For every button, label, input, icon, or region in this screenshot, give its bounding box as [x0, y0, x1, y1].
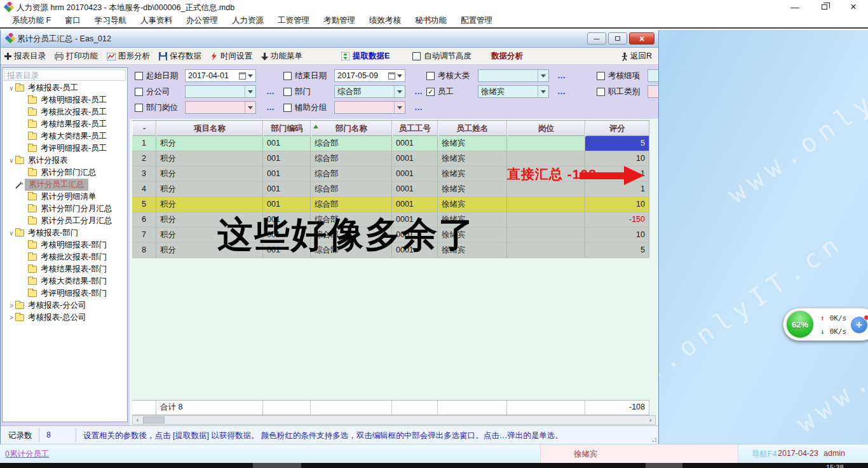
cell-project[interactable]: 积分: [156, 151, 263, 167]
dept-post-select[interactable]: [185, 101, 256, 114]
cell-project[interactable]: 积分: [156, 197, 263, 212]
col-header-post[interactable]: 岗位: [507, 121, 585, 137]
cell-rownum[interactable]: 7: [132, 228, 156, 243]
cell-score[interactable]: 10: [585, 151, 649, 167]
cell-emp-name[interactable]: 徐绪宾: [438, 136, 507, 151]
tree-item[interactable]: 考评明细报表-员工: [3, 142, 127, 155]
tree-item-selected[interactable]: 累计分员工汇总: [3, 179, 127, 191]
cell-score[interactable]: 5: [585, 243, 649, 258]
menu-salary-mgmt[interactable]: 工资管理: [271, 15, 316, 26]
start-date-checkbox[interactable]: 起始日期: [135, 69, 178, 82]
extract-data-button[interactable]: 提取数据E: [341, 48, 390, 65]
cell-emp-id[interactable]: 0001: [392, 167, 438, 182]
scrollbar-thumb[interactable]: [143, 416, 165, 423]
cell-emp-name[interactable]: 徐绪宾: [438, 197, 507, 212]
menu-secretary[interactable]: 秘书功能: [408, 15, 454, 26]
assess-category-checkbox[interactable]: 考核大类: [426, 69, 470, 82]
col-header-dept-code[interactable]: 部门编码: [263, 121, 311, 137]
branch-more-button[interactable]: …: [266, 86, 275, 96]
tree-item-assess-employee[interactable]: ∨考核报表-员工: [3, 82, 127, 94]
chevron-down-icon[interactable]: ∨: [8, 230, 15, 237]
scroll-right-arrow[interactable]: ›: [646, 416, 655, 424]
department-more-button[interactable]: …: [414, 86, 423, 96]
tree-item-assess-department[interactable]: ∨考核报表-部门: [3, 227, 127, 239]
tree-item[interactable]: 累计分员工分月汇总: [3, 215, 127, 227]
cell-emp-name[interactable]: 徐绪宾: [438, 151, 507, 167]
tree-item[interactable]: 考评明细报表-部门: [3, 287, 127, 299]
print-button[interactable]: 打印功能: [55, 51, 98, 62]
tree-item[interactable]: 考核明细报表-部门: [3, 239, 127, 251]
resize-grip[interactable]: [650, 436, 656, 442]
employee-select[interactable]: 徐绪宾: [478, 85, 549, 98]
restore-button[interactable]: [810, 0, 839, 14]
end-date-input[interactable]: 2017-05-09: [334, 69, 405, 82]
dept-post-checkbox[interactable]: 部门岗位: [135, 101, 178, 114]
chevron-down-icon[interactable]: ∨: [8, 85, 15, 92]
assess-detail-select[interactable]: [648, 69, 658, 82]
dept-post-more-button[interactable]: …: [266, 102, 275, 112]
chevron-right-icon[interactable]: >: [8, 302, 15, 309]
menu-attendance-mgmt[interactable]: 考勤管理: [316, 15, 362, 26]
floating-monitor-widget[interactable]: 62% ↑0K/s ↓0K/s +: [783, 308, 868, 341]
branch-select[interactable]: [185, 85, 256, 98]
tree-item[interactable]: 考核大类结果-员工: [3, 130, 127, 142]
chart-analysis-button[interactable]: 图形分析: [107, 51, 150, 62]
category-more-button[interactable]: …: [557, 71, 566, 80]
aux-group-more-button[interactable]: …: [414, 102, 423, 112]
cell-post[interactable]: [507, 136, 585, 151]
cell-project[interactable]: 积分: [156, 136, 263, 151]
cell-project[interactable]: 积分: [156, 182, 263, 197]
tree-item-assess-branch[interactable]: >考核报表-分公司: [3, 299, 127, 312]
col-header-emp-name[interactable]: 员工姓名: [438, 121, 507, 137]
function-menu-button[interactable]: 功能菜单: [261, 51, 302, 62]
cell-emp-name[interactable]: 徐绪宾: [438, 182, 507, 197]
col-header-emp-id[interactable]: 员工工号: [392, 121, 438, 137]
cell-rownum[interactable]: 4: [132, 182, 156, 197]
cell-emp-id[interactable]: 0001: [392, 182, 438, 197]
menu-system-functions[interactable]: 系统功能 F: [5, 15, 58, 26]
emp-type-checkbox[interactable]: 职工类别: [597, 85, 640, 98]
auto-height-checkbox[interactable]: 自动调节高度: [412, 48, 471, 65]
nav-f4-button[interactable]: 导航F4: [752, 449, 777, 460]
cell-dept-code[interactable]: 001: [263, 167, 311, 182]
cell-rownum[interactable]: 8: [132, 243, 156, 258]
return-button[interactable]: 返回R: [621, 48, 652, 65]
employee-checkbox[interactable]: ✓员工: [426, 85, 454, 98]
horizontal-scrollbar[interactable]: ‹ ›: [132, 415, 656, 425]
menu-learning-nav[interactable]: 学习导航: [88, 15, 133, 26]
tree-item[interactable]: 考核批次报表-员工: [3, 106, 127, 118]
cell-rownum[interactable]: 2: [132, 151, 156, 167]
save-data-button[interactable]: 保存数据: [159, 51, 201, 62]
open-report-tab[interactable]: 0累计分员工: [5, 449, 49, 460]
cell-post[interactable]: [507, 151, 585, 167]
menu-office-mgmt[interactable]: 办公管理: [179, 15, 225, 26]
col-header-score[interactable]: 评分: [585, 121, 649, 137]
menu-performance[interactable]: 绩效考核: [362, 15, 408, 26]
tree-item[interactable]: 累计分部门汇总: [3, 167, 127, 179]
cell-post[interactable]: [507, 243, 585, 258]
menu-window[interactable]: 窗口: [58, 15, 88, 26]
cell-score-selected[interactable]: 5: [585, 136, 649, 151]
tree-item[interactable]: 累计分部门分月汇总: [3, 203, 127, 215]
employee-more-button[interactable]: …: [557, 86, 566, 96]
cell-score[interactable]: 10: [585, 228, 649, 243]
close-button[interactable]: ×: [839, 0, 868, 14]
assess-detail-checkbox[interactable]: 考核细项: [597, 69, 640, 82]
child-close-button[interactable]: ×: [629, 32, 654, 45]
cell-rownum[interactable]: 1: [132, 136, 156, 151]
cell-emp-id[interactable]: 0001: [392, 151, 438, 167]
col-header-rownum[interactable]: -: [132, 121, 156, 137]
scroll-left-arrow[interactable]: ‹: [133, 416, 142, 424]
minimize-button[interactable]: —: [780, 0, 810, 14]
cell-dept-code[interactable]: 001: [263, 136, 311, 151]
data-analysis-button[interactable]: 数据分析: [491, 48, 523, 65]
department-checkbox[interactable]: 部门: [283, 85, 311, 98]
tree-item[interactable]: 考核批次报表-部门: [3, 251, 127, 263]
emp-type-select[interactable]: [648, 85, 658, 98]
child-minimize-button[interactable]: —: [587, 32, 606, 45]
cell-score[interactable]: 10: [585, 197, 649, 212]
cell-emp-name[interactable]: 徐绪宾: [438, 167, 507, 182]
tree-item[interactable]: 累计分明细清单: [3, 191, 127, 203]
tree-item[interactable]: 考核大类结果-部门: [3, 275, 127, 287]
cell-rownum[interactable]: 6: [132, 212, 156, 228]
